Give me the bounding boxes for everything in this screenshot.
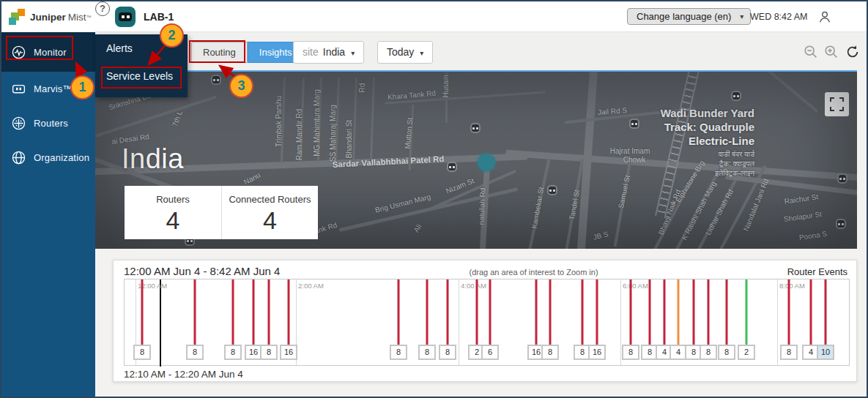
sidebar-item-monitor[interactable]: Monitor (1, 32, 95, 72)
stat-routers: Routers4 (125, 186, 221, 239)
site-selector[interactable]: siteIndia▾ (293, 41, 364, 64)
help-icon[interactable]: ? (95, 1, 110, 16)
street-label: Samuel St (617, 174, 631, 209)
juniper-logo-icon (9, 9, 25, 25)
train-station-icon (837, 173, 847, 184)
event-count-badge[interactable]: 8 (260, 345, 278, 360)
router-events-card: 12:00 AM Jun 4 - 8:42 AM Jun 4 (drag an … (113, 260, 857, 382)
event-bar-red (426, 279, 429, 345)
sidebar-item-label: Monitor (34, 47, 67, 58)
routers-icon (11, 116, 26, 131)
event-bar-red (141, 279, 144, 345)
event-bar-red (825, 279, 827, 345)
site-stats: Routers4Connected Routers4 (125, 186, 318, 239)
event-bar-red (630, 279, 632, 345)
zoom-in-icon[interactable] (823, 44, 839, 60)
brand-name-bold: Juniper (30, 12, 66, 23)
event-count-badge[interactable]: 8 (224, 345, 242, 360)
map-landmark-label: Wadi Bunder YardTrack: QuadrupleElectric… (564, 107, 754, 178)
axis-tick-label: 8:00 AM (779, 282, 805, 290)
event-count-badge[interactable]: 8 (390, 345, 407, 360)
train-station-icon (447, 162, 457, 172)
street-label: Raichur St (784, 192, 819, 205)
street-label: natullah Rd (478, 188, 487, 225)
axis-gridline (620, 279, 621, 365)
organization-icon (11, 150, 26, 165)
brand-logo: Juniper Mist ™ (1, 1, 95, 32)
datetime-label: WED 8:42 AM (750, 12, 808, 22)
event-bar-red (726, 279, 728, 345)
event-bar-red (232, 279, 234, 345)
step-badge-1: 1 (70, 75, 94, 100)
event-count-badge[interactable]: 8 (133, 345, 151, 360)
events-chart[interactable]: 12:00 AM2:00 AM4:00 AM6:00 AM8:00 AM8881… (124, 279, 850, 366)
top-header: LAB-1 Change language (en) ▾ WED 8:42 AM… (95, 1, 867, 32)
event-count-badge[interactable]: 2 (738, 345, 755, 360)
event-bar-red (664, 279, 666, 345)
time-range-value: Today (387, 46, 414, 58)
event-count-badge[interactable]: 8 (718, 345, 735, 360)
event-bar-red (194, 279, 196, 345)
event-count-badge[interactable]: 8 (622, 345, 639, 360)
refresh-icon[interactable] (845, 44, 861, 60)
event-bar-red (596, 279, 598, 345)
event-count-badge[interactable]: 10 (817, 345, 834, 360)
chevron-down-icon: ▾ (420, 49, 423, 57)
sidebar-item-organization[interactable]: Organization (1, 140, 95, 175)
site-prefix-label: site (303, 46, 319, 58)
site-map[interactable]: Srikrishna Das Margai Desai Rd7th LNanul… (95, 72, 857, 249)
sidebar-item-label: Routers (34, 118, 68, 129)
street-label: Husain (442, 75, 450, 97)
event-bar-red (253, 279, 255, 345)
sidebar-item-label: Organization (34, 152, 89, 163)
site-value: India (323, 46, 345, 58)
event-count-badge[interactable]: 8 (780, 345, 798, 360)
street-label: Kambekar St (530, 187, 546, 230)
sidebar-item-routers[interactable]: Routers (1, 106, 95, 140)
train-station-icon (836, 219, 846, 229)
event-count-badge[interactable]: 8 (439, 345, 456, 360)
axis-tick-label: 6:00 AM (623, 282, 648, 290)
map-site-name: India (122, 143, 184, 175)
event-bar-red (535, 279, 538, 345)
time-cursor (160, 279, 161, 367)
org-logo-icon[interactable] (115, 7, 136, 27)
event-count-badge[interactable]: 8 (186, 345, 204, 360)
site-location-dot[interactable] (478, 154, 495, 171)
event-count-badge[interactable]: 6 (481, 345, 499, 360)
timeline-range-title: 12:00 AM Jun 4 - 8:42 AM Jun 4 (124, 265, 280, 277)
street-label: MG Mahimtura Marg (313, 89, 321, 157)
street-label: Ram Mandir Rd (295, 109, 303, 160)
user-icon[interactable] (817, 9, 833, 25)
axis-gridline (777, 279, 778, 365)
marvis-icon (11, 81, 26, 97)
event-count-badge[interactable]: 8 (541, 345, 559, 360)
event-count-badge[interactable]: 16 (280, 345, 297, 360)
axis-tick-label: 2:00 AM (298, 282, 324, 290)
sidebar-nav: MonitorMarvis™RoutersOrganization (1, 32, 95, 175)
tab-routing[interactable]: Routing (191, 42, 248, 63)
event-count-badge[interactable]: 16 (588, 345, 606, 360)
menu-item-service-levels[interactable]: Service Levels (95, 62, 188, 90)
event-bar-green (746, 279, 748, 345)
app-window: MonitorMarvis™RoutersOrganization Junipe… (0, 0, 868, 398)
event-count-badge[interactable]: 8 (700, 345, 717, 360)
fullscreen-expand-button[interactable] (825, 92, 849, 116)
event-bar-red (582, 279, 584, 345)
view-tabs: Routing Insights (191, 42, 304, 63)
sidebar-item-label: Marvis™ (34, 83, 73, 94)
chevron-down-icon: ▾ (740, 9, 743, 24)
axis-tick-label: 4:00 AM (461, 282, 486, 290)
change-language-button[interactable]: Change language (en) ▾ (627, 8, 751, 25)
street-label: Bhandari St (345, 120, 353, 158)
timeline-drag-hint: (drag an area of interest to Zoom in) (280, 268, 787, 277)
event-bar-red (708, 279, 710, 345)
brand-trademark: ™ (86, 15, 92, 20)
time-range-selector[interactable]: Today▾ (377, 41, 433, 64)
train-station-icon (731, 91, 741, 101)
axis-gridline (459, 279, 459, 365)
street-label: Poona S (798, 230, 828, 241)
street-label: Sholapur St (783, 210, 822, 223)
event-count-badge[interactable]: 8 (418, 345, 436, 360)
zoom-out-icon[interactable] (803, 44, 819, 60)
